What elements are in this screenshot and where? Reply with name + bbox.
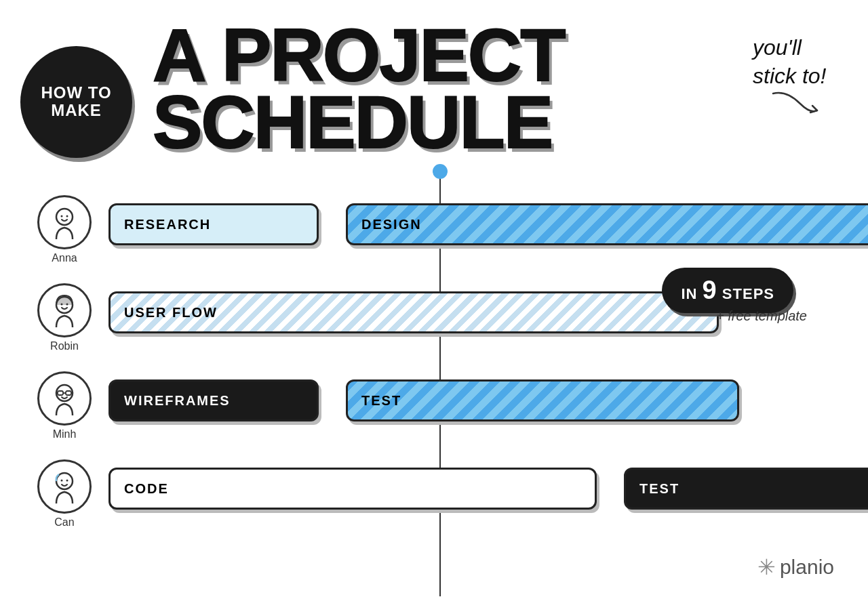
- header: HOW TO MAKE A PROJECT SCHEDULE: [0, 0, 868, 176]
- planio-asterisk: ✳: [757, 554, 776, 580]
- anna-bars: RESEARCH DESIGN: [108, 203, 868, 251]
- planio-text: planio: [780, 556, 834, 579]
- svg-point-2: [66, 215, 68, 218]
- row-minh: Minh WIREFRAMES TEST: [34, 373, 868, 434]
- avatar-circle-minh: [37, 371, 92, 426]
- subtitle-line1: you'll: [753, 34, 802, 62]
- bar-test-minh: TEST: [346, 379, 739, 421]
- minh-label: Minh: [53, 428, 77, 440]
- row-anna: Anna RESEARCH DESIGN: [34, 197, 868, 258]
- can-label: Can: [54, 516, 74, 529]
- can-bars: CODE TEST: [108, 468, 868, 515]
- avatar-circle-can: [37, 459, 92, 514]
- svg-rect-7: [58, 391, 63, 395]
- title-line1: A PROJECT: [153, 21, 564, 88]
- steps-number: 9: [703, 276, 717, 304]
- code-label: CODE: [124, 481, 169, 497]
- main-title: A PROJECT SCHEDULE: [153, 21, 564, 155]
- steps-in: in: [681, 285, 697, 302]
- wireframes-label: WIREFRAMES: [124, 393, 231, 409]
- subtitle-area: you'll stick to!: [753, 34, 827, 123]
- circle-text-line1: HOW TO: [41, 84, 111, 102]
- svg-point-1: [61, 215, 63, 218]
- avatar-circle-anna: [37, 195, 92, 249]
- avatar-minh: Minh: [34, 366, 95, 440]
- steps-word: STEPS: [722, 285, 774, 302]
- bar-userflow: USER FLOW: [108, 291, 719, 333]
- bar-research: RESEARCH: [108, 203, 319, 245]
- bar-code: CODE: [108, 468, 597, 510]
- test-can-label: TEST: [639, 481, 679, 497]
- bar-test-can: TEST: [624, 468, 868, 510]
- design-label: DESIGN: [361, 217, 422, 232]
- svg-point-4: [61, 304, 63, 306]
- svg-line-10: [56, 392, 58, 393]
- userflow-label: USER FLOW: [124, 305, 218, 321]
- planio-logo: ✳ planio: [757, 554, 834, 580]
- svg-rect-8: [66, 391, 71, 395]
- svg-point-5: [66, 304, 68, 306]
- how-to-circle: HOW TO MAKE: [20, 46, 132, 158]
- avatar-anna: Anna: [34, 190, 95, 264]
- row-can: Can CODE TEST: [34, 461, 868, 522]
- avatar-can: Can: [34, 454, 95, 529]
- anna-label: Anna: [52, 252, 77, 264]
- svg-point-13: [61, 480, 63, 482]
- free-template-text: + free template: [716, 308, 807, 324]
- circle-text-line2: MAKE: [51, 102, 102, 119]
- rows-container: Anna RESEARCH DESIGN: [0, 197, 868, 549]
- svg-point-14: [66, 480, 68, 482]
- avatar-circle-robin: [37, 283, 92, 337]
- svg-line-11: [71, 392, 73, 393]
- test-minh-label: TEST: [361, 393, 401, 409]
- bar-design: DESIGN: [346, 203, 868, 245]
- title-line2: SCHEDULE: [153, 88, 564, 155]
- bar-wireframes: WIREFRAMES: [108, 379, 319, 421]
- arrow-curve: [766, 87, 827, 123]
- avatar-robin: Robin: [34, 278, 95, 352]
- timeline-dot: [433, 164, 448, 179]
- steps-badge: in 9 STEPS: [662, 268, 793, 313]
- subtitle-line2: stick to!: [753, 62, 826, 91]
- robin-label: Robin: [50, 340, 79, 352]
- research-label: RESEARCH: [124, 217, 211, 232]
- minh-bars: WIREFRAMES TEST: [108, 379, 868, 427]
- svg-point-0: [56, 209, 73, 225]
